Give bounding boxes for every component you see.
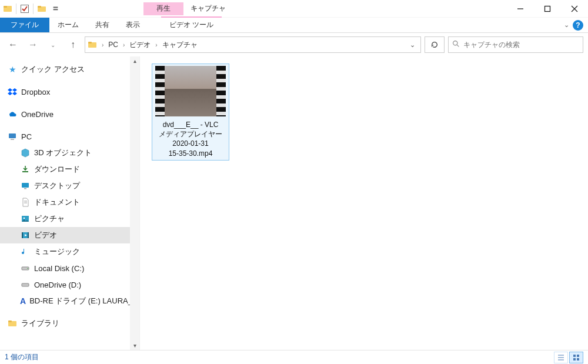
separator [33, 4, 34, 14]
label: PC [21, 132, 32, 141]
ribbon-expand-chevron-icon[interactable]: ⌄ [564, 21, 569, 29]
sidebar-item-dropbox[interactable]: Dropbox [0, 84, 139, 100]
scroll-down-icon[interactable]: ▾ [133, 342, 136, 349]
sidebar-scrollbar[interactable]: ▴ ▾ [130, 56, 139, 350]
body: ★ クイック アクセス Dropbox OneDrive PC 3D オブジェク… [0, 56, 588, 350]
breadcrumb-videos[interactable]: ビデオ [128, 40, 152, 50]
label: Dropbox [21, 88, 50, 96]
dropbox-icon [7, 86, 18, 97]
recent-locations-dropdown[interactable]: ⌄ [45, 36, 61, 53]
label: 3D オブジェクト [34, 148, 92, 158]
desktop-icon [20, 181, 31, 191]
download-icon [20, 164, 31, 175]
label: ピクチャ [34, 213, 65, 224]
folder-icon[interactable] [34, 0, 49, 18]
scroll-up-icon[interactable]: ▴ [133, 58, 136, 64]
ribbon-tabs: ファイル ホーム 共有 表示 ビデオ ツール ⌄ ? [0, 18, 588, 33]
breadcrumb-pc[interactable]: PC [107, 41, 119, 49]
up-button[interactable]: ↑ [65, 36, 81, 53]
details-view-button[interactable] [554, 352, 568, 363]
search-box[interactable] [448, 36, 583, 53]
navigation-pane: ★ クイック アクセス Dropbox OneDrive PC 3D オブジェク… [0, 56, 140, 350]
sidebar-item-desktop[interactable]: デスクトップ [0, 178, 139, 194]
file-tab[interactable]: ファイル [0, 18, 49, 32]
sidebar-item-local-disk-c[interactable]: Local Disk (C:) [0, 260, 139, 276]
close-button[interactable] [561, 0, 588, 18]
pc-icon [7, 131, 18, 142]
tab-video-tools[interactable]: ビデオ ツール [161, 16, 222, 32]
svg-rect-4 [38, 6, 41, 8]
label: OneDrive [21, 110, 54, 119]
file-item[interactable]: dvd___E__ - VLC メディアプレイヤー 2020-01-31 15-… [152, 64, 229, 161]
drive-icon [20, 279, 31, 290]
minimize-button[interactable] [507, 0, 534, 18]
back-button[interactable]: ← [5, 36, 21, 53]
sidebar-item-quick-access[interactable]: ★ クイック アクセス [0, 61, 139, 78]
svg-point-21 [24, 218, 25, 219]
library-icon [7, 318, 18, 329]
label: ドキュメント [34, 197, 80, 208]
app-icon [0, 0, 15, 18]
svg-rect-36 [577, 358, 579, 360]
status-bar: 1 個の項目 [0, 350, 588, 364]
svg-rect-10 [88, 42, 92, 44]
title-bar: 〓 再生 キャプチャ [0, 0, 588, 18]
chevron-right-icon[interactable]: › [152, 42, 161, 48]
video-thumbnail [155, 66, 226, 116]
properties-checkbox-icon[interactable] [17, 0, 32, 18]
search-input[interactable] [463, 41, 579, 49]
sidebar-item-pictures[interactable]: ピクチャ [0, 211, 139, 227]
sidebar-item-bdre-drive[interactable]: A BD-RE ドライブ (E:) LAURA_RE [0, 293, 139, 309]
separator [16, 4, 16, 14]
sidebar-item-music[interactable]: ミュージック [0, 243, 139, 260]
music-icon [20, 246, 31, 257]
folder-icon [86, 39, 98, 51]
cloud-icon [7, 109, 18, 119]
label: デスクトップ [34, 181, 80, 191]
chevron-right-icon[interactable]: › [98, 42, 107, 48]
svg-rect-27 [22, 283, 29, 286]
svg-rect-14 [11, 139, 14, 140]
forward-button[interactable]: → [25, 36, 41, 53]
address-dropdown-icon[interactable]: ⌄ [405, 37, 419, 52]
address-bar[interactable]: › PC › ビデオ › キャプチャ ⌄ [85, 36, 421, 53]
svg-rect-16 [22, 183, 29, 188]
label: ダウンロード [34, 164, 80, 175]
sidebar-item-onedrive-d[interactable]: OneDrive (D:) [0, 276, 139, 293]
tab-view[interactable]: 表示 [118, 18, 148, 32]
svg-rect-35 [573, 358, 576, 360]
sidebar-item-libraries[interactable]: ライブラリ [0, 315, 139, 332]
sidebar-item-3d-objects[interactable]: 3D オブジェクト [0, 145, 139, 161]
sidebar-item-downloads[interactable]: ダウンロード [0, 161, 139, 178]
document-icon [20, 197, 31, 208]
label: ライブラリ [21, 318, 59, 329]
contextual-tab-label: 再生 [143, 2, 183, 15]
qat-customize-dropdown[interactable]: 〓 [49, 4, 61, 13]
search-icon [452, 40, 460, 49]
breadcrumb-captures[interactable]: キャプチャ [161, 40, 199, 50]
sidebar-item-documents[interactable]: ドキュメント [0, 194, 139, 211]
sidebar-item-onedrive[interactable]: OneDrive [0, 106, 139, 122]
star-icon: ★ [7, 64, 18, 75]
svg-point-26 [27, 268, 28, 269]
chevron-right-icon[interactable]: › [119, 42, 128, 48]
maximize-button[interactable] [534, 0, 561, 18]
navigation-row: ← → ⌄ ↑ › PC › ビデオ › キャプチャ ⌄ [0, 33, 588, 56]
label: ミュージック [34, 246, 80, 257]
help-button[interactable]: ? [573, 20, 583, 31]
svg-line-12 [457, 45, 459, 46]
refresh-button[interactable] [425, 36, 445, 53]
item-count-label: 1 個の項目 [5, 352, 39, 362]
thumbnails-view-button[interactable] [569, 352, 583, 363]
sidebar-item-videos[interactable]: ビデオ [0, 227, 139, 243]
disc-icon: A [20, 296, 26, 306]
svg-rect-29 [8, 320, 12, 322]
tab-home[interactable]: ホーム [49, 18, 87, 32]
svg-rect-13 [9, 133, 16, 138]
svg-rect-24 [28, 232, 29, 238]
tab-share[interactable]: 共有 [87, 18, 118, 32]
file-list-pane[interactable]: dvd___E__ - VLC メディアプレイヤー 2020-01-31 15-… [140, 56, 588, 350]
svg-rect-34 [577, 355, 579, 357]
sidebar-item-pc[interactable]: PC [0, 128, 139, 145]
video-icon [20, 230, 31, 241]
